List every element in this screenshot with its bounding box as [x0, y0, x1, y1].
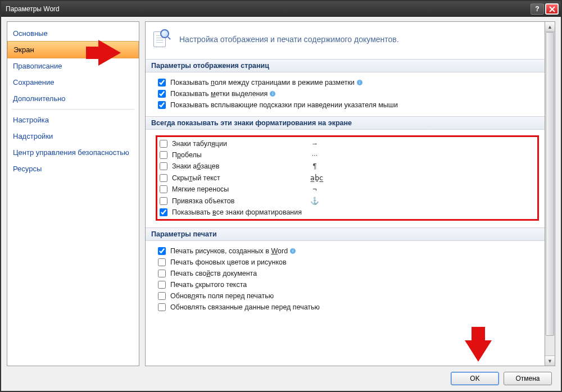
option-checkbox[interactable] — [160, 197, 167, 205]
option-checkbox[interactable] — [158, 79, 166, 86]
close-button[interactable] — [545, 3, 559, 15]
option-label: Печать фоновых цветов и рисунков — [170, 258, 287, 266]
format-mark-symbol: → — [310, 140, 319, 148]
option-row: Пробелы··· — [160, 149, 535, 161]
magnifier-page-icon — [153, 30, 173, 49]
info-icon: i — [270, 91, 275, 97]
option-label: Печать рисунков, созданных в Word — [170, 247, 288, 255]
option-label: Печать скрытого текста — [170, 281, 247, 289]
option-row: Знаки абзацев¶ — [160, 161, 535, 172]
option-checkbox[interactable] — [160, 208, 167, 216]
section-display-header: Параметры отображения страниц — [146, 59, 545, 72]
option-checkbox[interactable] — [158, 281, 166, 289]
page-heading: Настройка отображения и печати содержимо… — [146, 22, 545, 59]
option-row: Печать свойств документа — [158, 268, 537, 279]
option-row: Печать рисунков, созданных в Wordi — [158, 245, 537, 257]
section-display-body: Показывать поля между страницами в режим… — [146, 72, 545, 116]
sidebar-item[interactable]: Ресурсы — [7, 161, 139, 177]
option-checkbox[interactable] — [158, 247, 166, 255]
svg-marker-1 — [465, 327, 492, 362]
option-label: Печать свойств документа — [170, 270, 257, 277]
option-checkbox[interactable] — [160, 162, 167, 170]
option-checkbox[interactable] — [160, 140, 167, 148]
cancel-button[interactable]: Отмена — [504, 372, 552, 385]
option-row: Мягкие переносы¬ — [160, 184, 535, 195]
category-sidebar: ОсновныеЭкранПравописаниеСохранениеДопол… — [7, 21, 139, 366]
option-label: Показывать все знаки форматирования — [172, 208, 307, 216]
format-mark-symbol: ⚓ — [310, 197, 319, 205]
format-mark-symbol: ¶ — [310, 162, 319, 170]
option-checkbox[interactable] — [160, 185, 167, 193]
sidebar-separator — [12, 109, 134, 110]
option-row: Обновлять связанные данные перед печатью — [158, 302, 537, 313]
section-marks-header: Всегда показывать эти знаки форматирован… — [146, 116, 545, 130]
page-heading-text: Настройка отображения и печати содержимо… — [179, 35, 399, 44]
sidebar-item[interactable]: Центр управления безопасностью — [7, 144, 139, 161]
option-row: Показывать всплывающие подсказки при нав… — [158, 99, 537, 111]
option-checkbox[interactable] — [158, 90, 166, 98]
sidebar-item[interactable]: Настройка — [7, 112, 139, 128]
option-label: Пробелы — [172, 151, 307, 159]
format-mark-symbol: ¬ — [310, 185, 319, 193]
option-checkbox[interactable] — [160, 174, 167, 182]
option-row: Скрытый текстa̲ḇc̲ — [160, 172, 535, 184]
option-label: Скрытый текст — [172, 174, 307, 182]
ok-button[interactable]: OK — [451, 372, 499, 385]
svg-marker-0 — [86, 40, 121, 66]
option-row: Знаки табуляции→ — [160, 138, 535, 149]
option-checkbox[interactable] — [158, 258, 166, 266]
scroll-thumb[interactable] — [546, 32, 554, 336]
format-mark-symbol: a̲ḇc̲ — [310, 174, 319, 182]
section-marks-body: Знаки табуляции→Пробелы···Знаки абзацев¶… — [146, 130, 545, 227]
format-mark-symbol: ··· — [310, 151, 319, 159]
help-button[interactable]: ? — [531, 3, 544, 15]
option-row: Показывать поля между страницами в режим… — [158, 77, 537, 88]
option-label: Показывать поля между страницами в режим… — [170, 79, 355, 86]
option-row: Печать фоновых цветов и рисунков — [158, 257, 537, 268]
highlighted-marks-box: Знаки табуляции→Пробелы···Знаки абзацев¶… — [156, 135, 539, 221]
option-label: Обновлять поля перед печатью — [170, 292, 274, 300]
option-label: Мягкие переносы — [172, 185, 307, 193]
option-label: Знаки табуляции — [172, 140, 307, 148]
sidebar-item[interactable]: Надстройки — [7, 128, 139, 144]
option-row: Обновлять поля перед печатью — [158, 290, 537, 302]
sidebar-item[interactable]: Дополнительно — [7, 90, 139, 107]
dialog-buttons: OK Отмена — [7, 366, 555, 385]
annotation-arrow-down — [464, 327, 493, 364]
option-label: Показывать метки выделения — [170, 90, 268, 98]
scroll-up-button[interactable]: ▲ — [545, 22, 555, 32]
option-label: Обновлять связанные данные перед печатью — [170, 303, 320, 311]
content-pane: Настройка отображения и печати содержимо… — [145, 21, 545, 366]
option-checkbox[interactable] — [160, 151, 167, 159]
scroll-down-button[interactable]: ▼ — [545, 355, 555, 366]
option-row: Показывать все знаки форматирования — [160, 207, 535, 218]
scroll-track[interactable] — [545, 32, 555, 355]
option-checkbox[interactable] — [158, 270, 166, 277]
sidebar-item[interactable]: Сохранение — [7, 74, 139, 90]
option-checkbox[interactable] — [158, 292, 166, 300]
info-icon: i — [357, 80, 362, 85]
option-row: Привязка объектов⚓ — [160, 195, 535, 207]
option-row: Показывать метки выделенияi — [158, 88, 537, 99]
info-icon: i — [290, 248, 296, 254]
option-label: Знаки абзацев — [172, 162, 307, 170]
window-title: Параметры Word — [6, 5, 529, 13]
option-label: Показывать всплывающие подсказки при нав… — [170, 101, 398, 109]
section-print-header: Параметры печати — [146, 227, 545, 241]
option-label: Привязка объектов — [172, 197, 307, 205]
option-checkbox[interactable] — [158, 101, 166, 109]
option-row: Печать скрытого текста — [158, 279, 537, 290]
vertical-scrollbar[interactable]: ▲ ▼ — [545, 21, 555, 366]
option-checkbox[interactable] — [158, 303, 166, 311]
section-print-body: Печать рисунков, созданных в WordiПечать… — [146, 241, 545, 318]
titlebar: Параметры Word ? — [1, 1, 561, 17]
